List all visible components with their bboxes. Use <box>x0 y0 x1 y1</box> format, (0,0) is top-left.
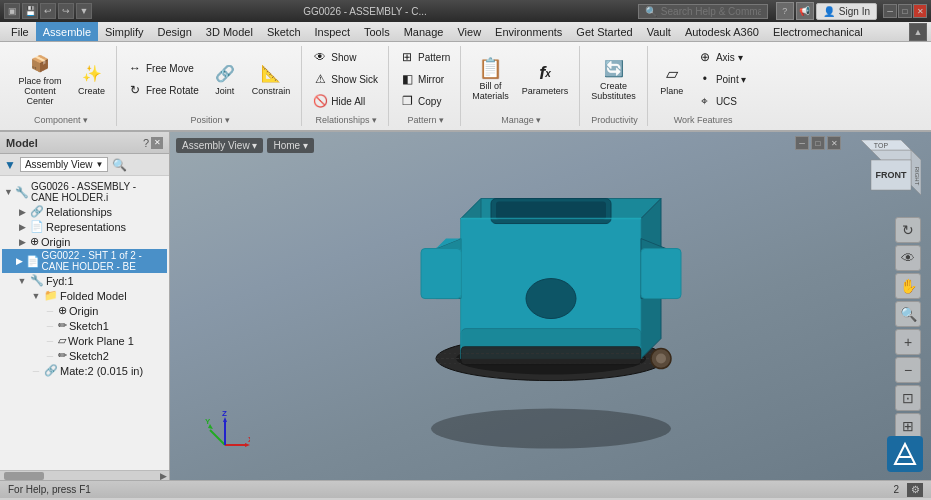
create-btn[interactable]: ✨ Create <box>73 59 110 99</box>
menu-electromech[interactable]: Electromechanical <box>766 22 870 41</box>
create-substitutes-btn[interactable]: 🔄 CreateSubstitutes <box>586 54 641 104</box>
menu-design[interactable]: Design <box>151 22 199 41</box>
status-settings-btn[interactable]: ⚙ <box>907 483 923 497</box>
tree-item-2[interactable]: ▶ 📄 Representations <box>2 219 167 234</box>
tree-toggle-4[interactable]: ▶ <box>16 255 24 267</box>
menu-simplify[interactable]: Simplify <box>98 22 151 41</box>
zoom-all-btn[interactable]: ⊡ <box>895 385 921 411</box>
tree-item-11[interactable]: ─ 🔗 Mate:2 (0.015 in) <box>2 363 167 378</box>
tree-toggle-10[interactable]: ─ <box>44 350 56 362</box>
show-sick-icon: ⚠ <box>312 71 328 87</box>
3d-viewport[interactable]: Assembly View ▾ Home ▾ FRONT TOP RIGHT <box>170 132 931 480</box>
look-btn[interactable]: 👁 <box>895 245 921 271</box>
menu-tools[interactable]: Tools <box>357 22 397 41</box>
menu-getstarted[interactable]: Get Started <box>569 22 639 41</box>
scrollbar-thumb[interactable] <box>4 472 44 480</box>
plane-btn[interactable]: ▱ Plane <box>654 59 690 99</box>
title-left: ▣ 💾 ↩ ↪ ▼ <box>4 3 92 19</box>
view-dropdown-arrow: ▼ <box>96 160 104 169</box>
tree-toggle-0[interactable]: ▼ <box>4 186 13 198</box>
point-btn[interactable]: • Point ▾ <box>693 69 751 89</box>
menu-manage[interactable]: Manage <box>397 22 451 41</box>
vp-restore-btn[interactable]: □ <box>811 136 825 150</box>
menu-a360[interactable]: Autodesk A360 <box>678 22 766 41</box>
bill-of-materials-btn[interactable]: 📋 Bill ofMaterials <box>467 54 514 104</box>
free-rotate-btn[interactable]: ↻ Free Rotate <box>123 80 203 100</box>
orbit-btn[interactable]: ↻ <box>895 217 921 243</box>
pattern-btn[interactable]: ⊞ Pattern <box>395 47 454 67</box>
tree-toggle-5[interactable]: ▼ <box>16 275 28 287</box>
pan-btn[interactable]: ✋ <box>895 273 921 299</box>
mirror-label: Mirror <box>418 74 444 85</box>
expand-tree-btn[interactable]: ▶ <box>160 471 167 481</box>
tree-item-0[interactable]: ▼ 🔧 GG0026 - ASSEMBLY - CANE HOLDER.i <box>2 180 167 204</box>
vp-minimize-btn[interactable]: ─ <box>795 136 809 150</box>
tree-toggle-2[interactable]: ▶ <box>16 221 28 233</box>
tree-item-9[interactable]: ─ ▱ Work Plane 1 <box>2 333 167 348</box>
close-btn[interactable]: ✕ <box>913 4 927 18</box>
tree-item-5[interactable]: ▼ 🔧 Fyd:1 <box>2 273 167 288</box>
tree-item-10[interactable]: ─ ✏ Sketch2 <box>2 348 167 363</box>
place-from-content-btn[interactable]: 📦 Place fromContent Center <box>10 49 70 109</box>
hide-all-btn[interactable]: 🚫 Hide All <box>308 91 382 111</box>
comm-center-btn[interactable]: 📢 <box>796 2 814 20</box>
panel-help-icon[interactable]: ? <box>143 137 149 149</box>
menu-vault[interactable]: Vault <box>640 22 678 41</box>
free-move-btn[interactable]: ↔ Free Move <box>123 58 203 78</box>
viewcube[interactable]: FRONT TOP RIGHT <box>851 140 921 210</box>
show-btn[interactable]: 👁 Show <box>308 47 382 67</box>
vp-close-btn[interactable]: ✕ <box>827 136 841 150</box>
redo-btn[interactable]: ↪ <box>58 3 74 19</box>
horizontal-scrollbar[interactable]: ▶ <box>0 470 169 480</box>
tree-label-10: Sketch2 <box>69 350 109 362</box>
autodesk-logo[interactable] <box>887 436 923 472</box>
copy-btn[interactable]: ❐ Copy <box>395 91 454 111</box>
tree-toggle-11[interactable]: ─ <box>30 365 42 377</box>
joint-btn[interactable]: 🔗 Joint <box>207 59 243 99</box>
ucs-btn[interactable]: ⌖ UCS <box>693 91 751 111</box>
menu-3dmodel[interactable]: 3D Model <box>199 22 260 41</box>
tree-toggle-8[interactable]: ─ <box>44 320 56 332</box>
app-menu-btn[interactable]: ▣ <box>4 3 20 19</box>
menu-file[interactable]: File <box>4 22 36 41</box>
show-sick-btn[interactable]: ⚠ Show Sick <box>308 69 382 89</box>
axis-btn[interactable]: ⊕ Axis ▾ <box>693 47 751 67</box>
zoom-out-btn[interactable]: − <box>895 357 921 383</box>
tree-item-4[interactable]: ▶ 📄 GG0022 - SHT 1 of 2 - CANE HOLDER - … <box>2 249 167 273</box>
menu-environments[interactable]: Environments <box>488 22 569 41</box>
help-btn[interactable]: ? <box>776 2 794 20</box>
tree-toggle-3[interactable]: ▶ <box>16 236 28 248</box>
zoom-btn[interactable]: 🔍 <box>895 301 921 327</box>
view-dropdown[interactable]: Assembly View ▼ <box>20 157 109 172</box>
tree-toggle-9[interactable]: ─ <box>44 335 56 347</box>
menu-assemble[interactable]: Assemble <box>36 22 98 41</box>
mirror-btn[interactable]: ◧ Mirror <box>395 69 454 89</box>
search-tree-icon[interactable]: 🔍 <box>112 158 127 172</box>
tree-toggle-6[interactable]: ▼ <box>30 290 42 302</box>
ribbon-collapse-btn[interactable]: ▲ <box>909 23 927 41</box>
viewport-label-btn[interactable]: Assembly View ▾ <box>176 138 263 153</box>
save-btn[interactable]: 💾 <box>22 3 38 19</box>
menu-inspect[interactable]: Inspect <box>308 22 357 41</box>
search-input[interactable] <box>661 6 761 17</box>
undo-btn[interactable]: ↩ <box>40 3 56 19</box>
menu-view[interactable]: View <box>450 22 488 41</box>
viewcube-svg: FRONT TOP RIGHT <box>851 140 921 210</box>
maximize-btn[interactable]: □ <box>898 4 912 18</box>
zoom-in-btn[interactable]: + <box>895 329 921 355</box>
tree-item-8[interactable]: ─ ✏ Sketch1 <box>2 318 167 333</box>
tree-item-6[interactable]: ▼ 📁 Folded Model <box>2 288 167 303</box>
parameters-btn[interactable]: fx Parameters <box>517 59 574 99</box>
minimize-btn[interactable]: ─ <box>883 4 897 18</box>
tree-item-3[interactable]: ▶ ⊕ Origin <box>2 234 167 249</box>
tree-toggle-7[interactable]: ─ <box>44 305 56 317</box>
viewport-home-btn[interactable]: Home ▾ <box>267 138 313 153</box>
menu-sketch[interactable]: Sketch <box>260 22 308 41</box>
tree-item-1[interactable]: ▶ 🔗 Relationships <box>2 204 167 219</box>
more-btn[interactable]: ▼ <box>76 3 92 19</box>
sign-in-area[interactable]: 👤 Sign In <box>816 3 877 20</box>
tree-toggle-1[interactable]: ▶ <box>16 206 28 218</box>
constrain-btn[interactable]: 📐 Constrain <box>247 59 296 99</box>
panel-close-btn[interactable]: ✕ <box>151 137 163 149</box>
tree-item-7[interactable]: ─ ⊕ Origin <box>2 303 167 318</box>
